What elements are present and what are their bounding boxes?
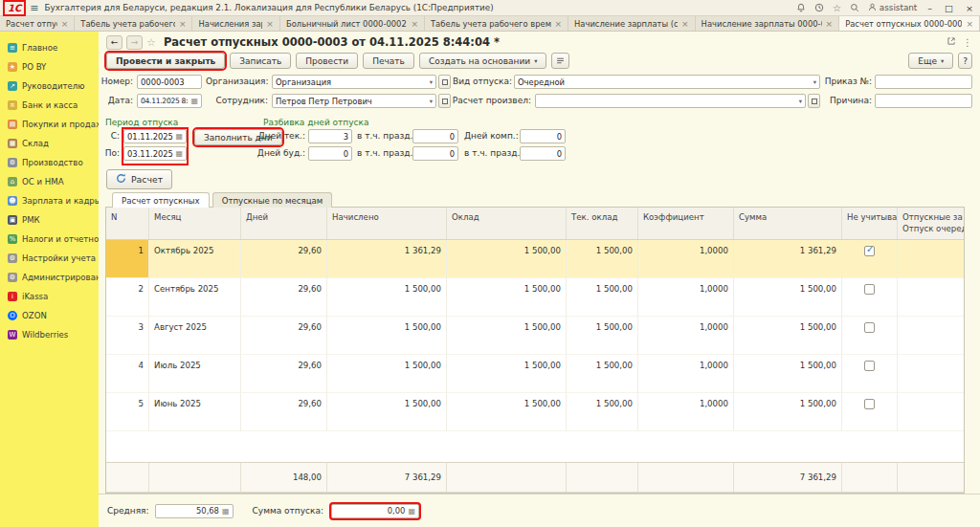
app-tab-6[interactable]: Начисление зарплаты (создание) *× xyxy=(568,16,696,31)
notifications-icon[interactable] xyxy=(796,3,806,12)
app-tab-4[interactable]: Больничный лист 0000-0002 от 25.10.2...× xyxy=(280,16,425,31)
maximize-icon[interactable]: □ xyxy=(943,3,955,13)
incl-holidays3-field[interactable]: 0 xyxy=(520,146,566,161)
forward-button[interactable]: → xyxy=(126,35,143,50)
close-icon[interactable]: × xyxy=(681,19,689,29)
app-tab-1[interactable]: Расчет отпускных× xyxy=(0,16,75,31)
write-button[interactable]: Записать xyxy=(230,53,291,69)
exclude-checkbox[interactable] xyxy=(864,246,875,256)
grid-tab-otpusknye-po-mesyacam[interactable]: Отпускные по месяцам xyxy=(212,192,333,208)
close-icon[interactable]: × xyxy=(266,19,274,29)
order-number-label: Приказ №: xyxy=(824,75,872,89)
sidebar-item-proizvodstvo[interactable]: ⚙Производство xyxy=(0,153,99,172)
sidebar-item-nalogi[interactable]: %Налоги и отчетность xyxy=(0,230,99,249)
sidebar-item-wildberries[interactable]: WWildberries xyxy=(0,325,99,344)
col-days[interactable]: Дней xyxy=(241,208,327,239)
open-list-button[interactable] xyxy=(551,53,569,69)
employee-field[interactable]: Петров Петр Петрович xyxy=(272,94,436,108)
window-title: Бухгалтерия для Беларуси, редакция 2.1. … xyxy=(45,3,494,12)
close-icon[interactable]: × xyxy=(826,19,834,29)
col-current-salary[interactable]: Тек. оклад xyxy=(567,208,638,239)
sidebar-item-zarplata-i-kadry[interactable]: ☻Зарплата и кадры xyxy=(0,191,99,210)
table-row[interactable]: 3 Август 2025 29,60 1 500,00 1 500,00 1 … xyxy=(106,317,964,355)
grid-tab-raschet-otpusknyh[interactable]: Расчет отпускных xyxy=(112,192,210,208)
col-sum[interactable]: Сумма xyxy=(734,208,842,239)
col-month[interactable]: Месяц xyxy=(149,208,241,239)
table-row[interactable]: 2 Сентябрь 2025 29,60 1 500,00 1 500,00 … xyxy=(106,278,964,317)
post-button[interactable]: Провести xyxy=(296,53,358,69)
organization-open-button[interactable] xyxy=(438,75,451,89)
incl-holidays-field[interactable]: 0 xyxy=(412,129,458,143)
create-on-base-button[interactable]: Создать на основании▾ xyxy=(419,53,547,69)
app-tab-7[interactable]: Начисление зарплаты 0000-000028 от ...× xyxy=(696,16,840,31)
app-tab-5[interactable]: Табель учета рабочего врем...0000-0012× xyxy=(425,16,568,31)
close-icon[interactable]: × xyxy=(555,19,563,29)
minimize-icon[interactable]: – xyxy=(925,3,934,13)
exclude-checkbox[interactable] xyxy=(864,322,875,333)
calculated-by-field[interactable] xyxy=(535,94,806,108)
number-field[interactable]: 0000-0003 xyxy=(137,75,202,89)
calculate-button[interactable]: Расчет xyxy=(106,169,172,189)
main-menu-icon[interactable]: ≡ xyxy=(30,2,38,14)
app-tab-8-active[interactable]: Расчет отпускных 0000-0003 от 04.11...× xyxy=(839,16,980,31)
assistant-button[interactable]: assistant xyxy=(868,3,917,13)
sidebar-item-ozon[interactable]: OOZON xyxy=(0,306,99,325)
sidebar-item-rmk[interactable]: ▣РМК xyxy=(0,210,99,230)
period-from-field[interactable]: 01.11.2025 xyxy=(123,129,187,143)
more-button[interactable]: Еще▾ xyxy=(908,53,953,69)
date-field[interactable]: 04.11.2025 8:44:04 xyxy=(137,94,202,108)
sidebar-item-bank-i-kassa[interactable]: ¤Банк и касса xyxy=(0,96,99,115)
table-row[interactable]: 1 Октябрь 2025 29,60 1 361,29 1 500,00 1… xyxy=(106,240,964,278)
organization-field[interactable]: Организация xyxy=(272,75,436,89)
back-button[interactable]: ← xyxy=(106,35,122,50)
sidebar-item-pokupki-i-prodazhi[interactable]: ▤Покупки и продажи xyxy=(0,115,99,134)
exclude-checkbox[interactable] xyxy=(864,361,875,371)
post-and-close-button[interactable]: Провести и закрыть xyxy=(106,53,225,69)
close-icon[interactable]: × xyxy=(411,19,418,29)
close-icon[interactable]: × xyxy=(179,19,187,29)
sidebar-item-rukovoditelyu[interactable]: ↗Руководителю xyxy=(0,77,99,96)
sidebar-item-os-i-nma[interactable]: ⌂ОС и НМА xyxy=(0,172,99,191)
help-button[interactable]: ? xyxy=(958,53,972,69)
favorite-star-icon[interactable]: ☆ xyxy=(146,36,156,49)
calculated-by-open-button[interactable] xyxy=(808,94,820,108)
col-salary[interactable]: Оклад xyxy=(447,208,567,239)
col-vacation-own[interactable]: Отпускные за свойОтпуск очередной xyxy=(898,208,964,239)
print-button[interactable]: Печать xyxy=(363,53,414,69)
days-comp-field[interactable]: 0 xyxy=(520,129,566,143)
search-icon[interactable] xyxy=(850,3,859,12)
more-icon[interactable]: ⋮ xyxy=(963,37,972,48)
order-number-field[interactable] xyxy=(875,75,972,89)
exclude-checkbox[interactable] xyxy=(864,399,875,409)
vacation-type-field[interactable]: Очередной xyxy=(514,75,820,89)
reason-field[interactable] xyxy=(875,94,972,108)
sidebar-item-sklad[interactable]: ▦Склад xyxy=(0,134,99,153)
table-row[interactable]: 4 Июль 2025 29,60 1 500,00 1 500,00 1 50… xyxy=(106,355,964,393)
vacation-sum-field[interactable]: 0,00 xyxy=(331,504,419,518)
period-to-field[interactable]: 03.11.2025 xyxy=(123,146,187,161)
exclude-checkbox[interactable] xyxy=(864,284,875,295)
sidebar-item-nastroyki-ucheta[interactable]: ⚙Настройки учета xyxy=(0,249,99,268)
close-icon[interactable]: × xyxy=(966,19,973,29)
average-field[interactable]: 50,68 xyxy=(155,504,234,518)
sidebar-item-ikassa[interactable]: iiKassa xyxy=(0,287,99,306)
sidebar-item-po-by[interactable]: ★РО BY xyxy=(0,57,99,77)
app-tab-2[interactable]: Табель учета рабочего времени× xyxy=(75,16,192,31)
table-row[interactable]: 5 Июнь 2025 29,60 1 500,00 1 500,00 1 50… xyxy=(106,393,964,431)
days-future-field[interactable]: 0 xyxy=(308,146,352,161)
close-icon[interactable]: × xyxy=(61,19,69,29)
incl-holidays2-field[interactable]: 0 xyxy=(412,146,458,161)
col-exclude[interactable]: Не учитывать xyxy=(842,208,898,239)
close-icon[interactable]: × xyxy=(964,3,975,13)
get-link-icon[interactable] xyxy=(947,36,956,48)
app-tab-3[interactable]: Начисления зарплаты× xyxy=(192,16,279,31)
sidebar-item-glavnoe[interactable]: ≡Главное xyxy=(0,38,99,57)
col-n[interactable]: N xyxy=(106,208,149,239)
person-icon xyxy=(868,3,877,13)
sidebar-item-administrirovanie[interactable]: ⚙Администрирование xyxy=(0,268,99,287)
col-coefficient[interactable]: Коэффициент xyxy=(638,208,734,239)
col-accrued[interactable]: Начислено xyxy=(327,208,447,239)
history-icon[interactable] xyxy=(814,3,824,12)
days-current-field[interactable]: 3 xyxy=(308,129,352,143)
favorites-star-icon[interactable]: ☆ xyxy=(833,3,841,13)
